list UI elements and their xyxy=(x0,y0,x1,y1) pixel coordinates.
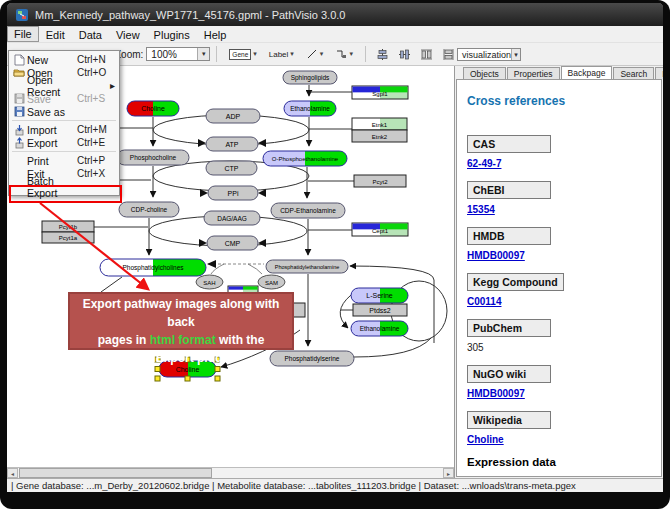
batch-export-highlight xyxy=(9,185,122,203)
annotation-line1: Export pathway images along with back xyxy=(70,295,292,331)
cdp-ethanolamine-label: CDP-Ethanolamine xyxy=(280,207,336,214)
xref-value-chebi[interactable]: 15354 xyxy=(467,204,661,215)
common-height-button[interactable] xyxy=(420,47,434,61)
menu-item-new[interactable]: NewCtrl+N xyxy=(9,53,119,66)
dag-aag-label: DAG/AAG xyxy=(217,215,247,222)
menu-item-print[interactable]: PrintCtrl+P xyxy=(9,154,119,167)
dag-aag-node[interactable]: DAG/AAG xyxy=(204,211,260,225)
xref-header-pubchem[interactable]: PubChem xyxy=(467,319,551,337)
tab-properties[interactable]: Properties xyxy=(507,67,560,79)
cept1-node[interactable]: Cept1 xyxy=(352,223,408,236)
cdp-choline-node[interactable]: CDP-choline xyxy=(119,202,179,217)
ethanolamine-top-node[interactable]: Ethanolamine xyxy=(284,101,336,116)
ctp-node[interactable]: CTP xyxy=(206,161,257,175)
menubar-item-data[interactable]: Data xyxy=(72,26,109,42)
zoom-dropdown-icon[interactable]: ▾ xyxy=(197,48,209,60)
menubar-item-edit[interactable]: Edit xyxy=(39,26,72,42)
menubar-item-plugins[interactable]: Plugins xyxy=(147,26,197,42)
line-icon xyxy=(306,48,318,60)
scroll-left-icon[interactable]: ◂ xyxy=(7,468,18,478)
statusbar: | Gene database: ...m_Derby_20120602.bri… xyxy=(7,478,663,492)
sah-node[interactable]: SAH xyxy=(196,275,223,289)
menu-item-shortcut: Ctrl+X xyxy=(77,168,115,179)
selection-handle[interactable] xyxy=(215,367,220,372)
connector-tool-button[interactable]: ▾ xyxy=(331,45,357,63)
pcyt2-node[interactable]: Pcyt2 xyxy=(354,175,406,187)
scroll-right-icon[interactable]: ▸ xyxy=(443,468,454,478)
save-as-icon xyxy=(11,106,27,117)
zoom-value: 100% xyxy=(151,49,177,60)
pcyt1b-node[interactable]: Pcyt1b xyxy=(42,221,94,232)
align-center-vertical-button[interactable] xyxy=(376,47,390,61)
gene-chip: Gene xyxy=(229,49,251,60)
horizontal-scrollbar[interactable]: ◂ ▸ xyxy=(7,467,454,478)
sam-node[interactable]: SAM xyxy=(258,275,285,289)
tab-search[interactable]: Search xyxy=(613,67,654,79)
menu-item-import[interactable]: ImportCtrl+M xyxy=(9,123,119,136)
screenshot-root: Mm_Kennedy_pathway_WP1771_45176.gpml - P… xyxy=(0,0,670,509)
etnk2-node[interactable]: Etnk2 xyxy=(352,130,407,142)
xref-value-hmdb[interactable]: HMDB00097 xyxy=(467,250,661,261)
phosphocholine-node[interactable]: Phosphocholine xyxy=(117,150,189,165)
phosphatidylcholines-node[interactable]: Phosphatidylcholines xyxy=(100,259,206,276)
xref-value-cas[interactable]: 62-49-7 xyxy=(467,158,661,169)
common-width-button[interactable] xyxy=(442,47,456,61)
xref-header-wikipedia[interactable]: Wikipedia xyxy=(467,411,551,429)
xref-header-nugo-wiki[interactable]: NuGO wiki xyxy=(467,365,551,383)
scrollbar-thumb[interactable] xyxy=(19,468,212,478)
atp-label: ATP xyxy=(225,141,238,148)
menu-item-save-as[interactable]: Save as xyxy=(9,105,119,118)
etnk1-label: Etnk1 xyxy=(372,122,388,128)
atp-node[interactable]: ATP xyxy=(206,137,258,151)
menu-item-export[interactable]: ExportCtrl+E xyxy=(9,136,119,149)
adp-node[interactable]: ADP xyxy=(206,109,260,123)
ppi-node[interactable]: PPi xyxy=(208,186,258,200)
menubar-item-file[interactable]: File xyxy=(7,26,39,42)
o-phosphoethanolamine-node[interactable]: O-Phosphoethanolamine xyxy=(263,151,347,166)
menu-item-open-recent[interactable]: Open Recent▸ xyxy=(9,79,119,92)
xref-section-kegg-compound: Kegg CompoundC00114 xyxy=(467,272,661,307)
titlebar[interactable]: Mm_Kennedy_pathway_WP1771_45176.gpml - P… xyxy=(7,3,663,26)
xref-header-kegg-compound[interactable]: Kegg Compound xyxy=(467,273,564,291)
menu-item-label: Save as xyxy=(27,106,77,118)
tab-objects[interactable]: Objects xyxy=(463,67,506,79)
xref-value-kegg-compound[interactable]: C00114 xyxy=(467,296,661,307)
align-center-horizontal-button[interactable] xyxy=(398,47,412,61)
phosphatidylethanolamine-node[interactable]: Phosphatidylethanolamine xyxy=(266,260,348,273)
ethanolamine-mid-node[interactable]: Ethanolamine xyxy=(351,321,408,336)
ptdss2-node[interactable]: Ptdss2 xyxy=(353,304,407,316)
gene-tool-button[interactable]: Gene▾ xyxy=(225,46,260,63)
menubar-item-help[interactable]: Help xyxy=(197,26,234,42)
cept1-label: Cept1 xyxy=(372,228,389,234)
xref-value-nugo-wiki[interactable]: HMDB00097 xyxy=(467,388,661,399)
chevron-down-icon: ▾ xyxy=(320,50,324,58)
selection-handle[interactable] xyxy=(215,376,220,381)
sphingolipids-node[interactable]: Sphingolipids xyxy=(283,71,337,84)
tab-legend[interactable]: Legend xyxy=(655,67,663,79)
etnk1-node[interactable]: Etnk1 xyxy=(352,118,407,130)
label-tool-button[interactable]: Label▾ xyxy=(265,47,298,62)
xref-header-hmdb[interactable]: HMDB xyxy=(467,227,551,245)
line-tool-button[interactable]: ▾ xyxy=(302,45,328,63)
visualization-dropdown-icon[interactable]: ▾ xyxy=(511,49,520,60)
cdp-ethanolamine-node[interactable]: CDP-Ethanolamine xyxy=(271,203,345,218)
selection-handle[interactable] xyxy=(185,376,190,381)
xref-value-wikipedia[interactable]: Choline xyxy=(467,434,661,445)
menubar-item-view[interactable]: View xyxy=(109,26,147,42)
pcyt1a-node[interactable]: Pcyt1a xyxy=(42,232,94,243)
tab-backpage[interactable]: Backpage xyxy=(561,66,613,79)
zoom-combobox[interactable]: 100% ▾ xyxy=(146,47,210,61)
cmp-node[interactable]: CMP xyxy=(207,236,258,250)
phosphatidylcholines-label: Phosphatidylcholines xyxy=(122,264,184,272)
selection-handle[interactable] xyxy=(155,376,160,381)
cross-references-heading: Cross references xyxy=(467,94,661,108)
choline-top-label: Choline xyxy=(141,105,165,112)
l-serine-node[interactable]: L-Serine xyxy=(351,288,408,303)
selection-handle[interactable] xyxy=(155,367,160,372)
choline-top-node[interactable]: Choline xyxy=(127,101,179,116)
sgpl1-node[interactable]: Sgpl1 xyxy=(352,86,408,99)
visualization-combobox[interactable]: visualization ▾ xyxy=(457,48,521,61)
xref-header-cas[interactable]: CAS xyxy=(467,135,551,153)
xref-header-chebi[interactable]: ChEBI xyxy=(467,181,551,199)
menu-item-label: Import xyxy=(27,124,77,136)
